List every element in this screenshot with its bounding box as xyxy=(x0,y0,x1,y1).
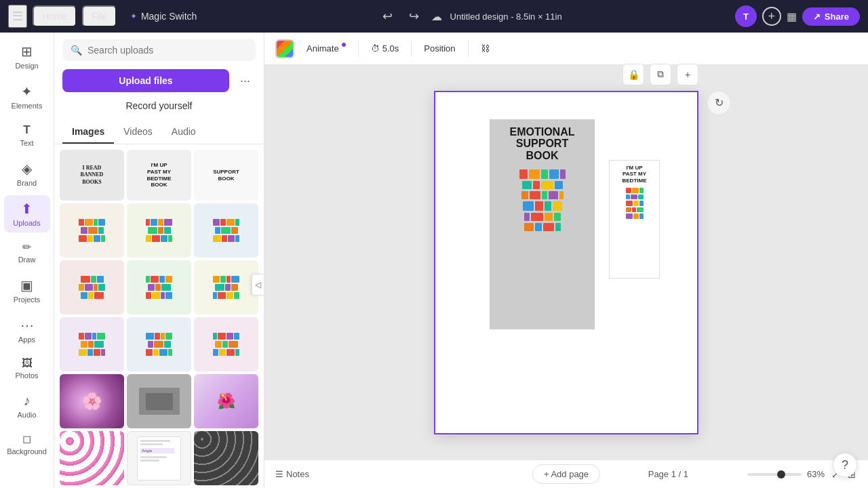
upload-more-button[interactable]: ··· xyxy=(235,71,256,91)
gallery-text: I READBANNEDBOOKS xyxy=(77,161,108,190)
small-text-line3: BEDTIME xyxy=(623,178,647,184)
sidebar-item-background[interactable]: ◻ Background xyxy=(4,427,50,461)
sidebar-item-uploads[interactable]: ⬆ Uploads xyxy=(4,195,50,232)
record-yourself-button[interactable]: Record yourself xyxy=(117,98,200,114)
duration-label: 5.0s xyxy=(382,43,399,54)
list-item[interactable] xyxy=(194,203,258,258)
refresh-button[interactable]: ↻ xyxy=(707,91,731,115)
list-item[interactable] xyxy=(194,260,258,314)
animate-label: Animate xyxy=(307,43,339,54)
list-item[interactable] xyxy=(127,317,191,371)
list-item[interactable] xyxy=(60,203,124,258)
canvas-top-tools: 🔒 ⧉ + xyxy=(623,64,698,85)
sidebar-item-apps[interactable]: ⋯ Apps xyxy=(4,312,50,349)
list-item[interactable]: Angie xyxy=(127,431,191,485)
list-item[interactable]: I READBANNEDBOOKS xyxy=(60,150,124,201)
small-text-line2: PAST MY xyxy=(623,171,646,177)
link-button[interactable]: ⛓ xyxy=(474,39,496,58)
flowers2-icon: 🌺 xyxy=(217,392,235,410)
books-stack-small xyxy=(626,188,644,219)
tab-images[interactable]: Images xyxy=(62,121,114,144)
sidebar-item-text[interactable]: T Text xyxy=(4,118,50,152)
sidebar-label-photos: Photos xyxy=(15,371,38,380)
sidebar-item-audio[interactable]: ♪ Audio xyxy=(4,388,50,424)
upload-files-button[interactable]: Upload files xyxy=(62,69,229,92)
magic-switch-label: Magic Switch xyxy=(141,11,197,22)
canva-help-button[interactable]: ? xyxy=(833,453,857,477)
share-button[interactable]: ↗ Share xyxy=(802,7,860,26)
elements-icon: ✦ xyxy=(21,83,33,100)
gallery-text: I'M UPPAST MYBEDTIMEBOOK xyxy=(144,159,174,190)
audio-icon: ♪ xyxy=(24,393,31,409)
sidebar-label-text: Text xyxy=(20,139,33,147)
list-item[interactable]: 🌺 xyxy=(194,374,258,428)
zoom-slider[interactable] xyxy=(747,473,802,476)
list-item[interactable] xyxy=(127,260,191,314)
search-box[interactable]: 🔍 xyxy=(62,39,256,61)
sidebar-item-brand[interactable]: ◈ Brand xyxy=(4,155,50,192)
tab-videos[interactable]: Videos xyxy=(114,121,162,144)
search-icon: 🔍 xyxy=(71,45,82,56)
sidebar-item-elements[interactable]: ✦ Elements xyxy=(4,78,50,115)
nav-magic-switch[interactable]: ✦ Magic Switch xyxy=(122,7,205,26)
stats-button[interactable]: ▦ xyxy=(787,10,797,23)
list-item[interactable] xyxy=(194,317,258,371)
add-page-button[interactable]: + Add page xyxy=(532,464,600,484)
list-item[interactable] xyxy=(60,431,124,485)
sidebar-item-design[interactable]: ⊞ Design xyxy=(4,38,50,75)
lock-button[interactable]: 🔒 xyxy=(623,64,644,85)
search-input[interactable] xyxy=(87,45,248,56)
nav-file[interactable]: File xyxy=(82,5,117,27)
add-button[interactable]: + xyxy=(762,7,781,26)
bottom-bar: ☰ Notes + Add page Page 1 / 1 63% ⤢ ⊞ xyxy=(264,460,868,488)
zoom-level: 63% xyxy=(807,469,825,479)
hide-panel-button[interactable]: ◁ xyxy=(252,274,264,296)
cloud-save-icon: ☁ xyxy=(431,10,442,23)
sidebar-item-projects[interactable]: ▣ Projects xyxy=(4,272,50,309)
tab-audio[interactable]: Audio xyxy=(162,121,205,144)
list-item[interactable]: I'M UPPAST MYBEDTIMEBOOK xyxy=(127,150,191,201)
canvas-toolbar: Animate ⏱ 5.0s Position ⛓ xyxy=(264,33,868,65)
duration-button[interactable]: ⏱ 5.0s xyxy=(364,39,406,58)
doc-preview: Angie xyxy=(137,436,181,481)
sidebar-label-draw: Draw xyxy=(18,256,36,264)
list-item[interactable] xyxy=(127,203,191,258)
design-canvas[interactable]: EMOTIONAL SUPPORT BOOK xyxy=(434,91,698,434)
icon-bar: ⊞ Design ✦ Elements T Text ◈ Brand ⬆ Upl… xyxy=(0,33,54,488)
sidebar-label-apps: Apps xyxy=(18,336,35,344)
avatar[interactable]: T xyxy=(735,5,757,27)
topbar-left: ☰ Home File ✦ Magic Switch xyxy=(8,5,205,28)
gallery-area: I READBANNEDBOOKS I'M UPPAST MYBEDTIMEBO… xyxy=(54,144,264,488)
position-button[interactable]: Position xyxy=(417,39,462,58)
share-icon: ↗ xyxy=(813,12,821,22)
undo-button[interactable]: ↩ xyxy=(378,6,397,26)
list-item[interactable] xyxy=(194,431,258,485)
expand-button[interactable]: + xyxy=(677,64,698,85)
page-indicator: Page 1 / 1 xyxy=(648,469,688,479)
copy-button[interactable]: ⧉ xyxy=(650,64,671,85)
sidebar-item-draw[interactable]: ✏ Draw xyxy=(4,235,50,269)
flowers-icon: 🌸 xyxy=(82,392,102,411)
apps-icon: ⋯ xyxy=(20,317,34,333)
list-item[interactable] xyxy=(127,374,191,428)
redo-button[interactable]: ↪ xyxy=(405,6,423,26)
sidebar-label-brand: Brand xyxy=(17,179,37,187)
nav-home[interactable]: Home xyxy=(33,5,77,27)
link-icon: ⛓ xyxy=(481,43,490,54)
notes-button[interactable]: ☰ Notes xyxy=(275,469,309,479)
list-item[interactable]: SUPPORTBOOK xyxy=(194,150,258,201)
sidebar-label-uploads: Uploads xyxy=(13,219,40,227)
main-layout: ⊞ Design ✦ Elements T Text ◈ Brand ⬆ Upl… xyxy=(0,33,868,488)
hamburger-menu[interactable]: ☰ xyxy=(8,5,27,28)
color-swatch[interactable] xyxy=(275,39,294,58)
main-text-line3: BOOK xyxy=(526,150,559,161)
toolbar-separator-3 xyxy=(468,41,469,57)
main-text-line2: SUPPORT xyxy=(516,138,568,149)
list-item[interactable]: 🌸 xyxy=(60,374,124,428)
list-item[interactable] xyxy=(60,317,124,371)
animate-button[interactable]: Animate xyxy=(300,39,353,58)
list-item[interactable] xyxy=(60,260,124,314)
small-text: I'M UP PAST MY BEDTIME xyxy=(623,165,647,184)
canvas-content: 🔒 ⧉ + ↻ EMOTIONAL SUPPORT BOOK xyxy=(264,65,868,460)
sidebar-item-photos[interactable]: 🖼 Photos xyxy=(4,352,50,385)
